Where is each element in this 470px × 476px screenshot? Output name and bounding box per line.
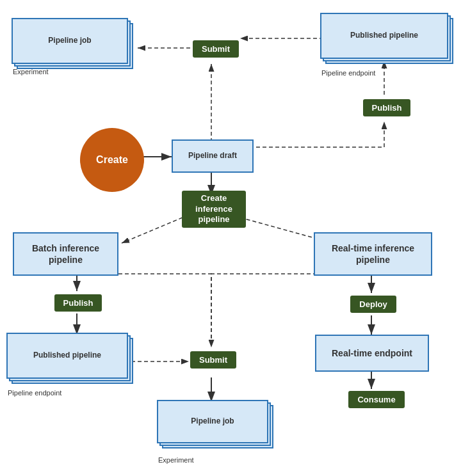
create-inference-container: Create inference pipeline xyxy=(182,193,246,225)
realtime-endpoint-box: Real-time endpoint xyxy=(315,335,429,372)
realtime-inference-box: Real-time inference pipeline xyxy=(314,232,432,276)
pipeline-job-top-label: Pipeline job xyxy=(48,36,91,46)
pipeline-draft-box: Pipeline draft xyxy=(172,139,254,173)
pipeline-job-bottom-label: Pipeline job xyxy=(191,416,234,427)
published-pipeline-top-label: Published pipeline xyxy=(350,31,418,41)
consume-button[interactable]: Consume xyxy=(348,391,404,408)
realtime-inference-label: Real-time inference pipeline xyxy=(315,242,431,266)
pipeline-job-bottom-box: Pipeline job xyxy=(157,400,268,443)
publish-batch-button[interactable]: Publish xyxy=(54,294,102,312)
create-inference-button[interactable]: Create inference pipeline xyxy=(182,191,246,228)
submit-bottom-button[interactable]: Submit xyxy=(190,351,236,369)
pipeline-draft-label: Pipeline draft xyxy=(188,151,237,161)
create-circle: Create xyxy=(80,128,144,192)
pipeline-job-bottom-container: Pipeline job Experiment xyxy=(157,400,273,464)
publish-batch-container: Publish xyxy=(53,291,104,314)
published-pipeline-top-container: Published pipeline Pipeline endpoint xyxy=(320,13,455,77)
pipeline-job-bottom-sublabel: Experiment xyxy=(158,456,194,464)
deploy-container: Deploy xyxy=(351,293,396,315)
published-pipeline-bottom-box: Published pipeline xyxy=(6,333,128,379)
published-pipeline-top-sublabel: Pipeline endpoint xyxy=(321,69,375,77)
realtime-endpoint-label: Real-time endpoint xyxy=(332,347,412,359)
published-pipeline-bottom-container: Published pipeline Pipeline endpoint xyxy=(6,333,134,397)
published-pipeline-bottom-sublabel: Pipeline endpoint xyxy=(8,389,61,397)
submit-top-button[interactable]: Submit xyxy=(193,40,239,58)
consume-container: Consume xyxy=(351,388,402,410)
published-pipeline-bottom-label: Published pipeline xyxy=(33,351,101,361)
create-label: Create xyxy=(96,154,128,166)
deploy-button[interactable]: Deploy xyxy=(350,296,396,313)
pipeline-job-top-container: Pipeline job Experiment xyxy=(12,18,133,75)
submit-bottom-container: Submit xyxy=(188,347,239,372)
batch-inference-box: Batch inference pipeline xyxy=(13,232,118,276)
pipeline-job-top-box: Pipeline job xyxy=(12,18,128,64)
diagram: Pipeline job Experiment Submit Published… xyxy=(0,0,470,476)
submit-top-container: Submit xyxy=(190,36,241,61)
publish-top-container: Publish xyxy=(361,95,412,120)
publish-top-button[interactable]: Publish xyxy=(363,99,411,116)
pipeline-job-top-sublabel: Experiment xyxy=(13,68,49,75)
published-pipeline-top-box: Published pipeline xyxy=(320,13,448,59)
batch-inference-label: Batch inference pipeline xyxy=(14,242,117,266)
svg-line-8 xyxy=(122,218,182,243)
